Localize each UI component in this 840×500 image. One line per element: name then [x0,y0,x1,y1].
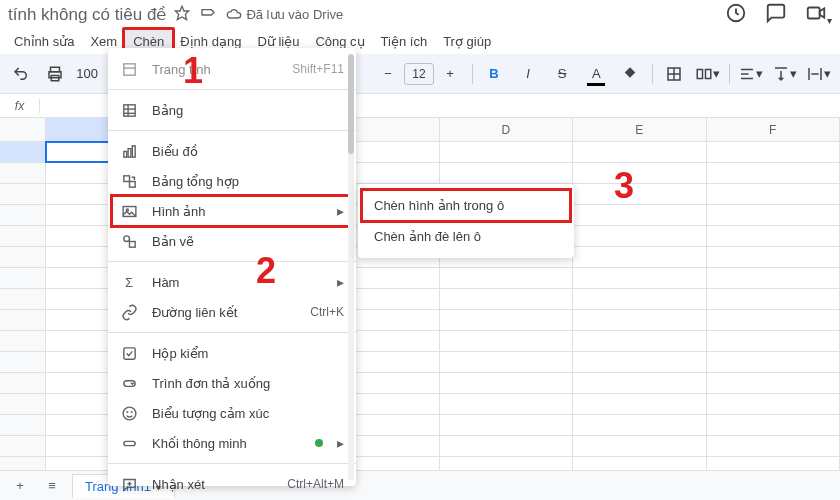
fill-color-button[interactable] [617,60,643,88]
table-icon [120,101,138,119]
svg-point-29 [126,209,128,211]
new-indicator-icon [315,439,323,447]
valign-button[interactable]: ▾ [772,60,798,88]
menu-item-emoji[interactable]: Biểu tượng cảm xúc [108,398,356,428]
svg-rect-26 [123,175,129,181]
svg-rect-37 [123,441,134,445]
svg-point-36 [131,411,132,412]
dropdown-icon [120,374,138,392]
chart-icon [120,142,138,160]
print-button[interactable] [42,60,68,88]
col-header-f[interactable]: F [707,118,841,141]
menu-edit[interactable]: Chỉnh sửa [6,30,82,53]
submenu-insert-image-in-cell[interactable]: Chèn hình ảnh trong ô [358,190,574,221]
submenu-arrow-icon: ▸ [337,203,344,219]
svg-rect-23 [123,151,126,157]
svg-rect-19 [123,104,134,115]
image-submenu: Chèn hình ảnh trong ô Chèn ảnh đè lên ô [358,184,574,258]
italic-button[interactable]: I [515,60,541,88]
menu-item-function[interactable]: ΣHàm▸ [108,267,356,297]
svg-point-35 [127,411,128,412]
submenu-arrow-icon: ▸ [337,274,344,290]
svg-rect-28 [123,206,136,216]
svg-rect-24 [128,148,131,157]
menu-item-comment[interactable]: Nhận xétCtrl+Alt+M [108,469,356,499]
svg-marker-0 [176,6,189,19]
svg-rect-32 [123,347,134,358]
dropdown-scroll-thumb[interactable] [348,54,354,154]
pivot-icon [120,172,138,190]
insert-menu-dropdown: Trang tính Shift+F11 Bảng Biểu đồ Bảng t… [108,48,356,486]
zoom-selector[interactable]: 100 [76,66,98,81]
star-icon[interactable] [174,5,190,24]
all-sheets-button[interactable]: ≡ [40,474,64,498]
font-size[interactable]: − 12 + [374,60,464,88]
menu-item-smartchip[interactable]: Khối thông minh▸ [108,428,356,458]
halign-button[interactable]: ▾ [738,60,764,88]
menu-extensions[interactable]: Tiện ích [373,30,436,53]
borders-button[interactable] [660,60,686,88]
drawing-icon [120,232,138,250]
emoji-icon [120,404,138,422]
submenu-arrow-icon: ▸ [337,435,344,451]
svg-rect-31 [129,241,135,247]
menu-help[interactable]: Trợ giúp [435,30,499,53]
checkbox-icon [120,344,138,362]
menu-item-pivot[interactable]: Bảng tổng hợp [108,166,356,196]
svg-rect-9 [697,69,702,78]
annotation-2: 2 [256,250,276,292]
comment-icon [120,475,138,493]
menu-item-drawing[interactable]: Bản vẽ [108,226,356,256]
add-sheet-button[interactable]: + [8,474,32,498]
svg-rect-2 [808,7,820,18]
merge-button[interactable]: ▾ [695,60,721,88]
select-all-cell[interactable] [0,118,46,141]
menu-item-dropdown[interactable]: Trình đơn thả xuống [108,368,356,398]
formula-bar-label: fx [0,99,40,113]
history-icon[interactable] [725,2,747,27]
menu-item-chart[interactable]: Biểu đồ [108,136,356,166]
col-header-d[interactable]: D [440,118,574,141]
menu-item-sheet[interactable]: Trang tính Shift+F11 [108,54,356,84]
submenu-insert-image-over-cells[interactable]: Chèn ảnh đè lên ô [358,221,574,252]
svg-point-34 [123,407,136,420]
menu-item-link[interactable]: Đường liên kếtCtrl+K [108,297,356,327]
menu-item-table[interactable]: Bảng [108,95,356,125]
text-color-button[interactable]: A [583,60,609,88]
font-size-plus[interactable]: + [436,60,464,88]
font-size-minus[interactable]: − [374,60,402,88]
svg-rect-10 [706,69,711,78]
svg-rect-27 [129,181,135,187]
strike-button[interactable]: S [549,60,575,88]
undo-button[interactable] [8,60,34,88]
meet-icon[interactable]: ▾ [805,2,832,27]
col-header-e[interactable]: E [573,118,707,141]
document-title[interactable]: tính không có tiêu đề [8,4,166,25]
comments-icon[interactable] [765,2,787,27]
link-icon [120,303,138,321]
sheet-icon [120,60,138,78]
bold-button[interactable]: B [481,60,507,88]
svg-rect-17 [123,63,134,74]
sigma-icon: Σ [120,273,138,291]
image-icon [120,202,138,220]
menu-item-image[interactable]: Hình ảnh▸ [108,196,356,226]
annotation-3: 3 [614,165,634,207]
svg-point-30 [123,235,129,241]
menu-item-checkbox[interactable]: Hộp kiểm [108,338,356,368]
row-header[interactable] [0,142,46,162]
wrap-button[interactable]: ▾ [806,60,832,88]
annotation-1: 1 [183,50,203,92]
svg-rect-25 [132,145,135,156]
chip-icon [120,434,138,452]
move-icon[interactable] [200,5,216,24]
cloud-saved[interactable]: Đã lưu vào Drive [226,6,343,22]
